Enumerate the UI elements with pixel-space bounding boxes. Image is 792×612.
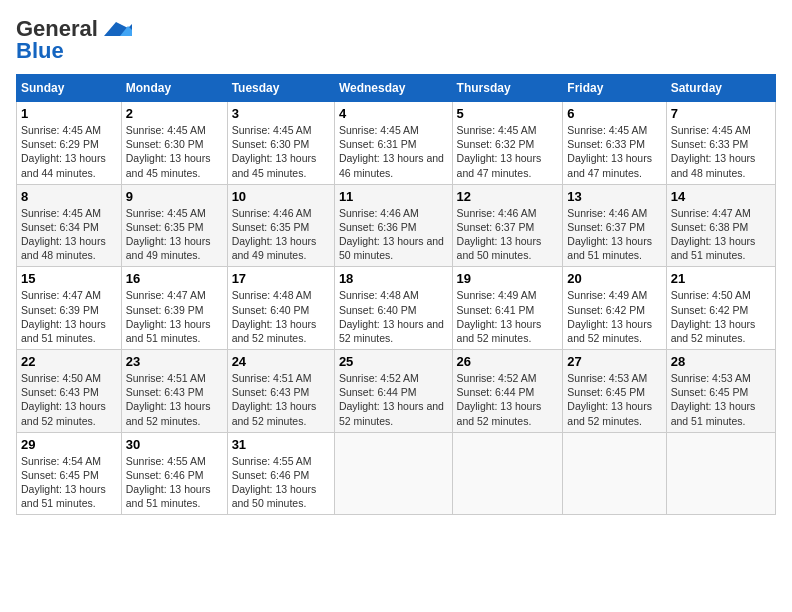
week-row-2: 8Sunrise: 4:45 AMSunset: 6:34 PMDaylight… [17,184,776,267]
day-number: 23 [126,354,223,369]
day-number: 10 [232,189,330,204]
calendar-cell: 20Sunrise: 4:49 AMSunset: 6:42 PMDayligh… [563,267,666,350]
calendar-cell: 3Sunrise: 4:45 AMSunset: 6:30 PMDaylight… [227,102,334,185]
day-content: Sunrise: 4:45 AMSunset: 6:34 PMDaylight:… [21,206,117,263]
col-header-monday: Monday [121,75,227,102]
day-number: 3 [232,106,330,121]
calendar-cell: 31Sunrise: 4:55 AMSunset: 6:46 PMDayligh… [227,432,334,515]
calendar-cell: 28Sunrise: 4:53 AMSunset: 6:45 PMDayligh… [666,350,775,433]
day-number: 24 [232,354,330,369]
day-number: 31 [232,437,330,452]
day-number: 7 [671,106,771,121]
calendar-cell: 4Sunrise: 4:45 AMSunset: 6:31 PMDaylight… [334,102,452,185]
day-number: 28 [671,354,771,369]
calendar-cell: 19Sunrise: 4:49 AMSunset: 6:41 PMDayligh… [452,267,563,350]
calendar-cell: 5Sunrise: 4:45 AMSunset: 6:32 PMDaylight… [452,102,563,185]
day-number: 22 [21,354,117,369]
calendar-cell: 26Sunrise: 4:52 AMSunset: 6:44 PMDayligh… [452,350,563,433]
calendar-cell: 18Sunrise: 4:48 AMSunset: 6:40 PMDayligh… [334,267,452,350]
day-content: Sunrise: 4:47 AMSunset: 6:39 PMDaylight:… [21,288,117,345]
calendar-cell: 12Sunrise: 4:46 AMSunset: 6:37 PMDayligh… [452,184,563,267]
calendar-cell [452,432,563,515]
day-content: Sunrise: 4:46 AMSunset: 6:36 PMDaylight:… [339,206,448,263]
day-number: 4 [339,106,448,121]
day-number: 26 [457,354,559,369]
day-content: Sunrise: 4:53 AMSunset: 6:45 PMDaylight:… [567,371,661,428]
calendar-cell: 23Sunrise: 4:51 AMSunset: 6:43 PMDayligh… [121,350,227,433]
day-content: Sunrise: 4:48 AMSunset: 6:40 PMDaylight:… [232,288,330,345]
day-number: 1 [21,106,117,121]
day-content: Sunrise: 4:52 AMSunset: 6:44 PMDaylight:… [457,371,559,428]
day-number: 21 [671,271,771,286]
week-row-3: 15Sunrise: 4:47 AMSunset: 6:39 PMDayligh… [17,267,776,350]
day-content: Sunrise: 4:45 AMSunset: 6:29 PMDaylight:… [21,123,117,180]
col-header-wednesday: Wednesday [334,75,452,102]
day-number: 11 [339,189,448,204]
col-header-friday: Friday [563,75,666,102]
day-number: 27 [567,354,661,369]
day-content: Sunrise: 4:45 AMSunset: 6:30 PMDaylight:… [232,123,330,180]
calendar-cell: 8Sunrise: 4:45 AMSunset: 6:34 PMDaylight… [17,184,122,267]
day-content: Sunrise: 4:54 AMSunset: 6:45 PMDaylight:… [21,454,117,511]
day-number: 5 [457,106,559,121]
day-number: 9 [126,189,223,204]
calendar-cell: 30Sunrise: 4:55 AMSunset: 6:46 PMDayligh… [121,432,227,515]
calendar-cell: 9Sunrise: 4:45 AMSunset: 6:35 PMDaylight… [121,184,227,267]
day-number: 15 [21,271,117,286]
day-content: Sunrise: 4:45 AMSunset: 6:33 PMDaylight:… [567,123,661,180]
day-number: 2 [126,106,223,121]
day-number: 29 [21,437,117,452]
calendar-table: SundayMondayTuesdayWednesdayThursdayFrid… [16,74,776,515]
calendar-cell: 25Sunrise: 4:52 AMSunset: 6:44 PMDayligh… [334,350,452,433]
calendar-cell: 2Sunrise: 4:45 AMSunset: 6:30 PMDaylight… [121,102,227,185]
day-number: 16 [126,271,223,286]
day-number: 19 [457,271,559,286]
col-header-thursday: Thursday [452,75,563,102]
calendar-cell: 1Sunrise: 4:45 AMSunset: 6:29 PMDaylight… [17,102,122,185]
day-content: Sunrise: 4:50 AMSunset: 6:42 PMDaylight:… [671,288,771,345]
logo-blue: Blue [16,38,64,64]
calendar-cell: 22Sunrise: 4:50 AMSunset: 6:43 PMDayligh… [17,350,122,433]
calendar-cell: 16Sunrise: 4:47 AMSunset: 6:39 PMDayligh… [121,267,227,350]
day-number: 13 [567,189,661,204]
day-content: Sunrise: 4:47 AMSunset: 6:39 PMDaylight:… [126,288,223,345]
day-content: Sunrise: 4:51 AMSunset: 6:43 PMDaylight:… [232,371,330,428]
calendar-cell: 10Sunrise: 4:46 AMSunset: 6:35 PMDayligh… [227,184,334,267]
day-number: 6 [567,106,661,121]
col-header-sunday: Sunday [17,75,122,102]
calendar-cell: 7Sunrise: 4:45 AMSunset: 6:33 PMDaylight… [666,102,775,185]
calendar-cell: 17Sunrise: 4:48 AMSunset: 6:40 PMDayligh… [227,267,334,350]
day-number: 12 [457,189,559,204]
day-content: Sunrise: 4:45 AMSunset: 6:31 PMDaylight:… [339,123,448,180]
calendar-cell: 15Sunrise: 4:47 AMSunset: 6:39 PMDayligh… [17,267,122,350]
header: General Blue [16,16,776,64]
day-content: Sunrise: 4:45 AMSunset: 6:35 PMDaylight:… [126,206,223,263]
day-number: 20 [567,271,661,286]
day-content: Sunrise: 4:49 AMSunset: 6:42 PMDaylight:… [567,288,661,345]
calendar-cell: 29Sunrise: 4:54 AMSunset: 6:45 PMDayligh… [17,432,122,515]
calendar-cell: 21Sunrise: 4:50 AMSunset: 6:42 PMDayligh… [666,267,775,350]
calendar-cell [334,432,452,515]
day-content: Sunrise: 4:46 AMSunset: 6:37 PMDaylight:… [457,206,559,263]
day-content: Sunrise: 4:50 AMSunset: 6:43 PMDaylight:… [21,371,117,428]
day-content: Sunrise: 4:45 AMSunset: 6:32 PMDaylight:… [457,123,559,180]
logo-icon [100,18,132,40]
day-content: Sunrise: 4:53 AMSunset: 6:45 PMDaylight:… [671,371,771,428]
calendar-cell: 13Sunrise: 4:46 AMSunset: 6:37 PMDayligh… [563,184,666,267]
day-content: Sunrise: 4:48 AMSunset: 6:40 PMDaylight:… [339,288,448,345]
week-row-4: 22Sunrise: 4:50 AMSunset: 6:43 PMDayligh… [17,350,776,433]
day-number: 17 [232,271,330,286]
week-row-5: 29Sunrise: 4:54 AMSunset: 6:45 PMDayligh… [17,432,776,515]
calendar-cell: 27Sunrise: 4:53 AMSunset: 6:45 PMDayligh… [563,350,666,433]
calendar-cell: 14Sunrise: 4:47 AMSunset: 6:38 PMDayligh… [666,184,775,267]
day-content: Sunrise: 4:55 AMSunset: 6:46 PMDaylight:… [232,454,330,511]
day-content: Sunrise: 4:46 AMSunset: 6:35 PMDaylight:… [232,206,330,263]
logo: General Blue [16,16,132,64]
day-number: 14 [671,189,771,204]
calendar-cell: 6Sunrise: 4:45 AMSunset: 6:33 PMDaylight… [563,102,666,185]
day-number: 8 [21,189,117,204]
day-number: 30 [126,437,223,452]
day-content: Sunrise: 4:51 AMSunset: 6:43 PMDaylight:… [126,371,223,428]
day-content: Sunrise: 4:45 AMSunset: 6:33 PMDaylight:… [671,123,771,180]
day-content: Sunrise: 4:46 AMSunset: 6:37 PMDaylight:… [567,206,661,263]
